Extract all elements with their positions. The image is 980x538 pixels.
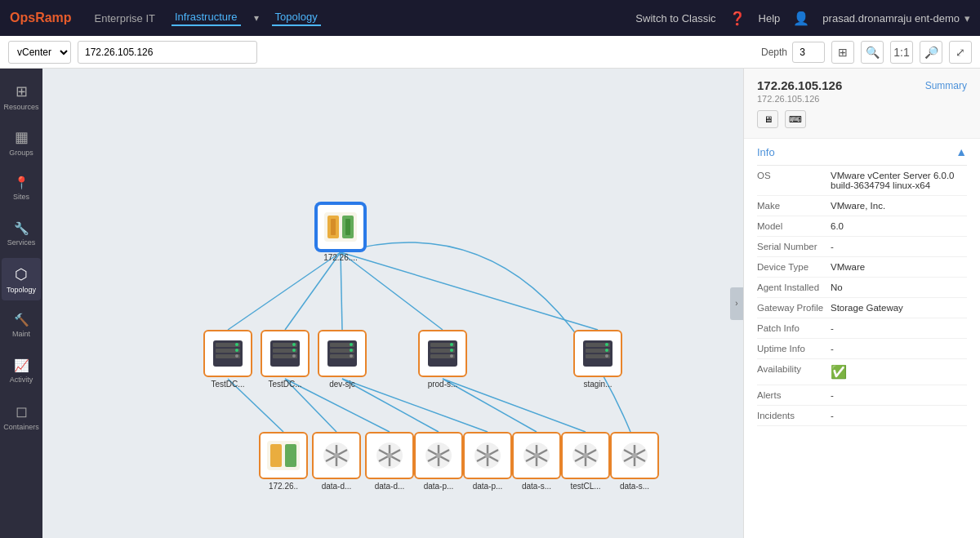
left-sidebar: ⊞ Resources ▦ Groups 📍 Sites 🔧 Services … xyxy=(0,69,42,538)
sites-icon: 📍 xyxy=(14,176,29,190)
depth-input[interactable] xyxy=(792,42,825,63)
sidebar-item-services[interactable]: 🔧 Services xyxy=(2,212,41,255)
sidebar-label-resources: Resources xyxy=(3,103,38,111)
node-vm5[interactable]: data-p... xyxy=(463,432,512,491)
sidebar-item-containers[interactable]: ◻ Containers xyxy=(2,395,41,438)
node-vm1[interactable]: 172.26.. xyxy=(259,432,308,491)
svg-rect-53 xyxy=(270,444,282,467)
sidebar-item-maint[interactable]: 🔨 Maint xyxy=(2,304,41,346)
vm-icon-4 xyxy=(421,440,456,471)
node-vm8[interactable]: data-s... xyxy=(610,432,659,491)
node-root[interactable]: 172.26.... xyxy=(316,203,365,262)
ip-input[interactable] xyxy=(78,41,257,64)
node-vm6[interactable]: data-s... xyxy=(512,432,561,491)
panel-title: 172.26.105.126 xyxy=(757,78,842,92)
info-row-alerts: Alerts - xyxy=(757,385,967,406)
groups-icon: ▦ xyxy=(15,128,29,146)
info-val-device-type: VMware xyxy=(831,262,967,272)
svg-point-36 xyxy=(350,349,353,352)
summary-link[interactable]: Summary xyxy=(925,80,967,91)
zoom-in-btn[interactable]: 🔎 xyxy=(920,41,942,64)
sidebar-item-activity[interactable]: 📈 Activity xyxy=(2,349,41,392)
fullscreen-btn[interactable]: ⤢ xyxy=(949,41,972,64)
node-prod[interactable]: prod-s... xyxy=(418,330,467,389)
panel-collapse-btn[interactable]: › xyxy=(730,287,743,320)
nav-dropdown-arrow[interactable]: ▾ xyxy=(254,12,259,24)
svg-point-43 xyxy=(450,349,453,352)
depth-control: Depth xyxy=(761,42,825,63)
switch-classic-btn[interactable]: Switch to Classic xyxy=(635,12,715,24)
info-header[interactable]: Info ▲ xyxy=(757,139,967,166)
node-dc2[interactable]: TestDC... xyxy=(261,330,310,389)
chevron-right-icon: › xyxy=(735,299,737,308)
info-section: Info ▲ OS VMware vCenter Server 6.0.0 bu… xyxy=(744,139,980,426)
help-link[interactable]: Help xyxy=(759,12,781,24)
user-info[interactable]: prasad.dronamraju ent-demo ▾ xyxy=(822,12,970,24)
activity-icon: 📈 xyxy=(14,358,29,373)
node-dc1[interactable]: TestDC... xyxy=(203,330,252,389)
cli-btn[interactable]: ⌨ xyxy=(785,110,806,128)
nav-enterprise-it[interactable]: Enterprise IT xyxy=(91,12,158,24)
vm-icon-5 xyxy=(470,440,505,471)
monitor-icon: 🖥 xyxy=(764,114,773,124)
help-icon: ❓ xyxy=(729,11,746,26)
node-vm3[interactable]: data-d... xyxy=(365,432,414,491)
svg-point-21 xyxy=(235,343,238,346)
sidebar-item-groups[interactable]: ▦ Groups xyxy=(2,121,41,163)
nav-topology[interactable]: Topology xyxy=(272,11,321,26)
svg-point-37 xyxy=(350,354,353,358)
node-label-vm6: data-s... xyxy=(522,482,551,491)
sidebar-item-topology[interactable]: ⬡ Topology xyxy=(2,258,41,300)
svg-point-49 xyxy=(605,343,608,346)
sidebar-item-resources[interactable]: ⊞ Resources xyxy=(2,75,41,118)
server-icon-5 xyxy=(581,338,615,369)
vcenter-select[interactable]: vCenter xyxy=(8,41,71,64)
zoom-1-1-btn[interactable]: 1:1 xyxy=(890,41,913,64)
maint-icon: 🔨 xyxy=(14,313,29,327)
node-box-vm1 xyxy=(259,432,308,479)
grid-layout-btn[interactable]: ⊞ xyxy=(831,41,854,64)
svg-point-22 xyxy=(235,349,238,352)
info-key-gateway: Gateway Profile xyxy=(757,303,831,313)
node-staging[interactable]: stagin... xyxy=(573,330,622,389)
svg-point-42 xyxy=(450,343,453,346)
info-key-alerts: Alerts xyxy=(757,390,831,400)
node-label-vm3: data-d... xyxy=(375,482,405,491)
node-vm7[interactable]: testCL... xyxy=(561,432,610,491)
terminal-icon-btn[interactable]: 🖥 xyxy=(757,110,778,128)
svg-line-4 xyxy=(341,252,598,330)
info-key-uptime: Uptime Info xyxy=(757,344,831,353)
top-nav: OpsRamp Enterprise IT Infrastructure ▾ T… xyxy=(0,0,980,36)
node-label-dc2: TestDC... xyxy=(268,380,301,389)
server-icon-4 xyxy=(425,338,460,369)
svg-point-69 xyxy=(436,453,441,458)
node-vm4[interactable]: data-p... xyxy=(414,432,463,491)
info-section-label: Info xyxy=(757,146,775,158)
zoom-out-btn[interactable]: 🔍 xyxy=(861,41,884,64)
info-collapse-icon: ▲ xyxy=(956,145,967,158)
sidebar-item-sites[interactable]: 📍 Sites xyxy=(2,167,41,209)
node-dev[interactable]: dev-sjc xyxy=(318,330,367,389)
node-label-vm7: testCL... xyxy=(570,482,600,491)
main-layout: ⊞ Resources ▦ Groups 📍 Sites 🔧 Services … xyxy=(0,69,980,538)
svg-point-89 xyxy=(632,453,637,458)
info-row-uptime: Uptime Info - xyxy=(757,339,967,359)
info-val-gateway: Storage Gateway xyxy=(831,303,967,313)
info-val-incidents: - xyxy=(831,411,967,420)
info-key-os: OS xyxy=(757,171,831,180)
user-dropdown-arrow[interactable]: ▾ xyxy=(964,12,970,24)
vm-icon-3 xyxy=(372,440,407,471)
svg-line-1 xyxy=(285,252,341,330)
topology-canvas[interactable]: 172.26.... TestDC... xyxy=(42,69,743,538)
sidebar-label-containers: Containers xyxy=(3,423,39,431)
info-row-os: OS VMware vCenter Server 6.0.0 build-363… xyxy=(757,166,967,196)
node-label-vm5: data-p... xyxy=(473,482,503,491)
info-row-make: Make VMware, Inc. xyxy=(757,196,967,216)
info-key-incidents: Incidents xyxy=(757,411,831,420)
node-label-vm4: data-p... xyxy=(424,482,454,491)
user-avatar-icon: 👤 xyxy=(793,11,809,26)
node-vm2[interactable]: data-d... xyxy=(312,432,361,491)
depth-label: Depth xyxy=(761,47,787,58)
nav-infrastructure[interactable]: Infrastructure xyxy=(172,11,241,26)
svg-rect-54 xyxy=(285,444,296,467)
